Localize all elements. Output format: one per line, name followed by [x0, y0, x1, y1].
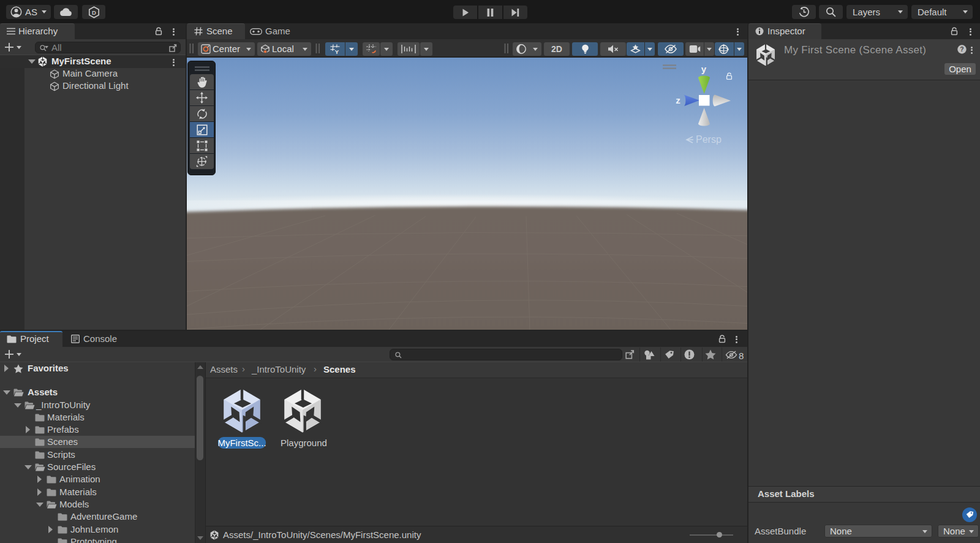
svg-text:D: D — [92, 9, 96, 15]
svg-text:Y: Y — [335, 48, 339, 54]
svg-text:z: z — [676, 95, 680, 105]
svg-text:y: y — [701, 64, 707, 74]
svg-text:?: ? — [960, 45, 963, 53]
